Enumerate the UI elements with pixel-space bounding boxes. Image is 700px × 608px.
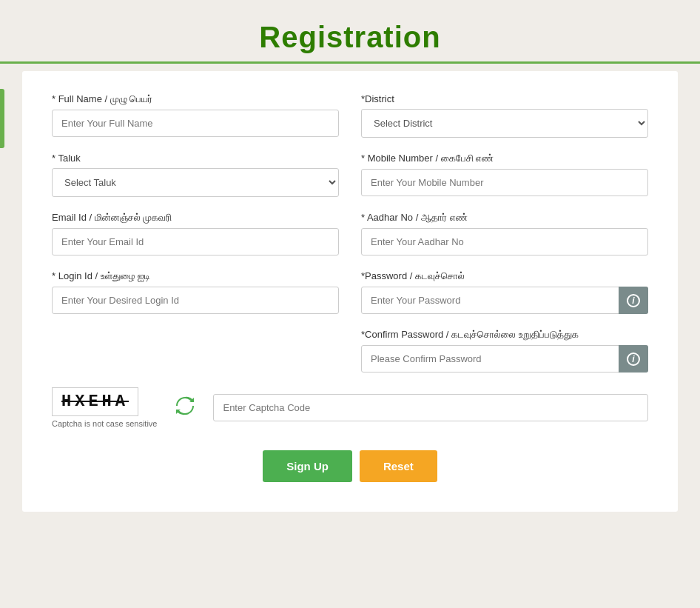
- taluk-label: * Taluk: [52, 153, 339, 164]
- email-label: Email Id / மின்னஞ்சல் முகவரி: [52, 212, 339, 224]
- confirm-password-label: *Confirm Password / கடவுச்சொல்லை உறுதிப்…: [361, 329, 648, 341]
- district-label: *District: [361, 93, 648, 104]
- left-accent-bar: [0, 89, 4, 148]
- refresh-icon: [175, 395, 195, 416]
- captcha-refresh-button[interactable]: [172, 392, 198, 424]
- confirm-info-icon: i: [627, 353, 640, 366]
- loginid-group: * Login Id / உள்துழை ஐடி: [52, 270, 339, 314]
- aadhar-group: * Aadhar No / ஆதார் எண்: [361, 212, 648, 255]
- fullname-label: * Full Name / முழு பெயர்: [52, 93, 339, 105]
- password-input[interactable]: [361, 287, 648, 314]
- mobile-group: * Mobile Number / கைபேசி எண்: [361, 153, 648, 197]
- signup-button[interactable]: Sign Up: [263, 450, 352, 482]
- registration-form: * Full Name / முழு பெயர் *District Selec…: [22, 71, 678, 512]
- aadhar-label: * Aadhar No / ஆதார் எண்: [361, 212, 648, 224]
- taluk-group: * Taluk Select Taluk: [52, 153, 339, 197]
- page-title: Registration: [0, 21, 700, 54]
- reset-button[interactable]: Reset: [360, 450, 437, 482]
- mobile-input[interactable]: [361, 169, 648, 196]
- fullname-input[interactable]: [52, 110, 339, 137]
- captcha-row: HXEHA Captcha is not case sensitive: [52, 387, 648, 428]
- mobile-label: * Mobile Number / கைபேசி எண்: [361, 153, 648, 164]
- password-group: *Password / கடவுச்சொல் i: [361, 270, 648, 314]
- buttons-row: Sign Up Reset: [52, 450, 648, 482]
- email-group: Email Id / மின்னஞ்சல் முகவரி: [52, 212, 339, 255]
- district-select[interactable]: Select District: [361, 109, 648, 138]
- district-group: *District Select District: [361, 93, 648, 138]
- confirm-password-group: *Confirm Password / கடவுச்சொல்லை உறுதிப்…: [361, 329, 648, 373]
- captcha-input-wrap: [213, 394, 648, 421]
- fullname-group: * Full Name / முழு பெயர்: [52, 93, 339, 138]
- email-input[interactable]: [52, 228, 339, 255]
- empty-left: [52, 329, 339, 373]
- loginid-label: * Login Id / உள்துழை ஐடி: [52, 270, 339, 282]
- captcha-image-area: HXEHA Captcha is not case sensitive: [52, 387, 157, 428]
- captcha-input[interactable]: [213, 394, 648, 421]
- password-info-button[interactable]: i: [619, 287, 648, 314]
- captcha-image: HXEHA: [52, 387, 138, 416]
- password-label: *Password / கடவுச்சொல்: [361, 270, 648, 282]
- captcha-hint: Captcha is not case sensitive: [52, 419, 157, 428]
- loginid-input[interactable]: [52, 287, 339, 314]
- taluk-select[interactable]: Select Taluk: [52, 168, 339, 197]
- confirm-password-input[interactable]: [361, 345, 648, 373]
- confirm-password-info-button[interactable]: i: [619, 345, 648, 373]
- info-icon: i: [627, 294, 640, 307]
- aadhar-input[interactable]: [361, 228, 648, 255]
